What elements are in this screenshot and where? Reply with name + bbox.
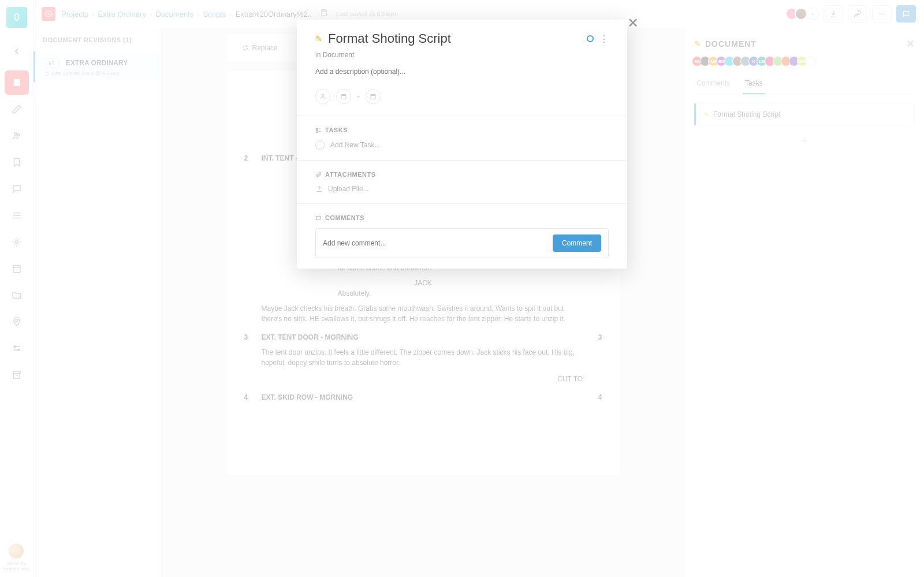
modal-location-link[interactable]: Document [323,51,355,59]
paperclip-icon [315,172,322,178]
task-checkbox[interactable] [315,140,325,150]
upload-file-button[interactable]: Upload File... [315,185,609,193]
task-modal: ✕ ✎ Format Shoting Script ⋮ in Document … [297,20,627,269]
svg-rect-17 [371,95,375,99]
close-icon[interactable]: ✕ [627,15,639,31]
date-separator: - [357,91,360,102]
status-toggle[interactable] [587,35,594,42]
description-input[interactable] [315,68,609,76]
attachments-section-label: ATTACHMENTS [315,171,609,178]
comment-box: Comment [315,228,609,258]
add-new-task-input[interactable]: Add New Task... [315,140,609,150]
comment-input[interactable] [323,239,553,247]
comment-button[interactable]: Comment [553,234,601,252]
tasks-section-label: TASKS [315,126,609,133]
comments-section-label: COMMENTS [315,214,609,221]
pencil-icon: ✎ [315,34,322,43]
svg-rect-19 [316,131,318,132]
modal-title[interactable]: Format Shoting Script [328,31,581,46]
checklist-icon [315,127,322,133]
comment-icon [315,215,322,221]
modal-location: in Document [297,51,627,64]
start-date-picker[interactable] [336,89,351,104]
svg-point-15 [322,94,324,96]
svg-rect-16 [341,95,346,99]
modal-overlay[interactable]: ✕ ✎ Format Shoting Script ⋮ in Document … [0,0,924,577]
assignee-picker[interactable] [315,89,330,104]
end-date-picker[interactable] [366,89,381,104]
date-row: - [297,84,627,116]
more-icon[interactable]: ⋮ [599,33,609,44]
upload-icon [315,185,323,193]
